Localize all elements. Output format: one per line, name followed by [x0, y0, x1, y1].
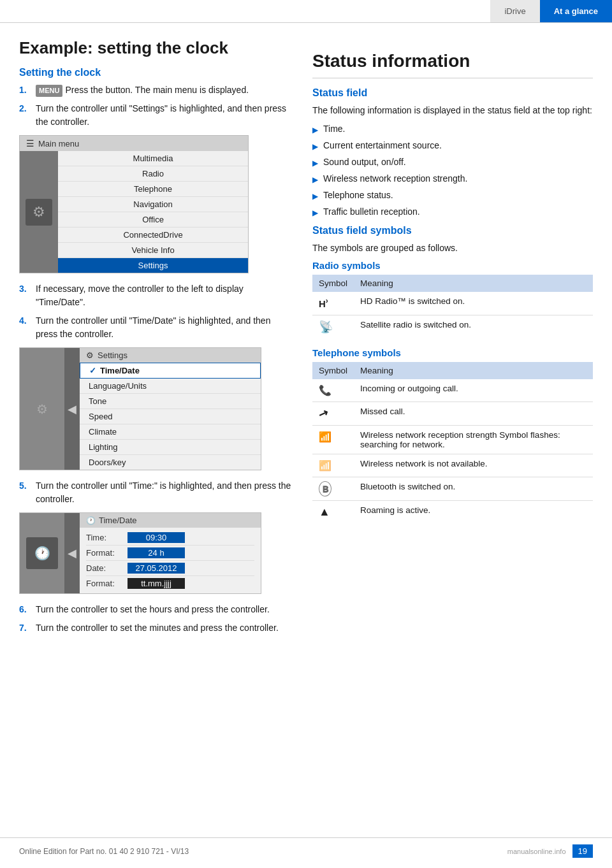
radio-col-symbol: Symbol: [312, 275, 354, 292]
divider-1: [312, 78, 593, 78]
settings-item-speed: Speed: [80, 409, 261, 424]
steps-list-3: 5. Turn the controller until "Time:" is …: [19, 479, 293, 506]
page-number: 19: [572, 844, 593, 858]
bullet-wireless-text: Wireless network reception strength.: [323, 172, 467, 185]
content-wrapper: Example: setting the clock Setting the c…: [0, 23, 612, 660]
step-6-text: Turn the controller to set the hours and…: [36, 603, 270, 616]
step-6-num: 6.: [19, 603, 31, 616]
no-signal-symbol: 📶: [312, 454, 354, 477]
no-signal-meaning: Wireless network is not available.: [354, 454, 593, 477]
bluetooth-meaning: Bluetooth is switched on.: [354, 477, 593, 501]
status-field-body: The following information is displayed i…: [312, 104, 593, 117]
bluetooth-icon: ʙ: [319, 481, 332, 496]
menu-item-telephone: Telephone: [58, 182, 248, 197]
check-icon: ✓: [89, 366, 96, 375]
settings-items: ✓ Time/Date Language/Units Tone Speed Cl…: [80, 363, 261, 470]
settings-gear-icon: ⚙: [36, 401, 48, 417]
settings-item-timedate: ✓ Time/Date: [80, 363, 261, 379]
step-4: 4. Turn the controller until "Time/Date"…: [19, 314, 293, 341]
status-info-title: Status information: [312, 51, 593, 71]
hd-radio-meaning: HD Radio™ is switched on.: [354, 292, 593, 315]
telephone-row-call: 📞 Incoming or outgoing call.: [312, 379, 593, 402]
bullet-telephone-text: Telephone status.: [323, 189, 393, 202]
missed-call-icon: ↗: [317, 405, 331, 422]
step-2-num: 2.: [19, 102, 31, 129]
top-nav: iDrive At a glance: [0, 0, 612, 23]
timedate-row-time: Time: 09:30: [86, 530, 254, 546]
signal-meaning: Wireless network reception strength Symb…: [354, 426, 593, 454]
step-1-text: MENUPress the button. The main menu is d…: [36, 83, 249, 97]
telephone-row-bluetooth: ʙ Bluetooth is switched on.: [312, 477, 593, 501]
format1-label: Format:: [86, 548, 127, 558]
phone-icon: 📞: [319, 385, 332, 396]
settings-thumb: ⚙: [20, 348, 64, 470]
main-menu-header-label: Main menu: [38, 139, 79, 148]
step-1: 1. MENUPress the button. The main menu i…: [19, 83, 293, 97]
footer-logo: manualsonline.info: [507, 848, 566, 855]
timedate-row-format2: Format: tt.mm.jjjj: [86, 576, 254, 591]
settings-header-bar: ⚙ Settings: [80, 348, 261, 363]
timedate-thumb: 🕐: [20, 513, 64, 593]
step-4-num: 4.: [19, 314, 31, 341]
nav-at-glance-tab[interactable]: At a glance: [540, 0, 612, 22]
step-3: 3. If necessary, move the controller to …: [19, 282, 293, 309]
nav-idrive-label: iDrive: [504, 6, 525, 16]
timedate-left-arrow-icon: ◀: [68, 546, 76, 560]
sat-radio-meaning: Satellite radio is switched on.: [354, 315, 593, 339]
status-field-symbols-body: The symbols are grouped as follows.: [312, 242, 593, 255]
bullet-entertainment-text: Current entertainment source.: [323, 139, 442, 152]
date-value: 27.05.2012: [127, 563, 185, 574]
steps-list-2: 3. If necessary, move the controller to …: [19, 282, 293, 341]
timedate-left-nav: ◀: [64, 513, 80, 593]
telephone-col-symbol: Symbol: [312, 362, 354, 379]
status-field-bullets: ▶ Time. ▶ Current entertainment source. …: [312, 122, 593, 219]
main-menu-screenshot: ☰ Main menu ⚙ Multimedia Radio Telephone…: [19, 135, 249, 273]
bullet-wireless: ▶ Wireless network reception strength.: [312, 172, 593, 185]
menu-item-settings: Settings: [58, 258, 248, 273]
footer: Online Edition for Part no. 01 40 2 910 …: [0, 837, 612, 858]
settings-screenshot: ⚙ ◀ ⚙ Settings ✓ Time/Date Language/Unit…: [19, 347, 261, 470]
menu-list-icon: ☰: [26, 138, 34, 148]
nav-idrive-tab[interactable]: iDrive: [490, 0, 539, 22]
bullet-arrow-icon-2: ▶: [312, 141, 318, 152]
bluetooth-symbol: ʙ: [312, 477, 354, 501]
menu-item-radio: Radio: [58, 166, 248, 182]
right-column: Status information Status field The foll…: [312, 38, 593, 641]
settings-item-lighting: Lighting: [80, 440, 261, 455]
step-7-text: Turn the controller to set the minutes a…: [36, 621, 279, 635]
timedate-row-date: Date: 27.05.2012: [86, 561, 254, 576]
bullet-telephone: ▶ Telephone status.: [312, 189, 593, 202]
footer-right: manualsonline.info 19: [507, 844, 593, 858]
bullet-entertainment: ▶ Current entertainment source.: [312, 139, 593, 152]
step-4-text: Turn the controller until "Time/Date" is…: [36, 314, 293, 341]
menu-item-multimedia: Multimedia: [58, 151, 248, 166]
telephone-row-roaming: ▲ Roaming is active.: [312, 501, 593, 524]
setting-clock-title: Setting the clock: [19, 67, 293, 78]
timedate-row-format1: Format: 24 h: [86, 546, 254, 561]
time-value: 09:30: [127, 532, 185, 543]
telephone-row-signal: 📶 Wireless network reception strength Sy…: [312, 426, 593, 454]
telephone-symbols-title: Telephone symbols: [312, 347, 593, 358]
footer-part-text: Online Edition for Part no. 01 40 2 910 …: [19, 847, 189, 856]
step-2: 2. Turn the controller until "Settings" …: [19, 102, 293, 129]
roaming-symbol: ▲: [312, 501, 354, 524]
gear-icon: ⚙: [33, 204, 45, 221]
timedate-header-bar: 🕐 Time/Date: [80, 513, 261, 528]
signal-strength-icon: 📶: [319, 431, 332, 442]
bullet-sound: ▶ Sound output, on/off.: [312, 156, 593, 169]
bullet-traffic-text: Traffic bulletin reception.: [323, 205, 420, 219]
hd-icon: H›: [319, 298, 328, 309]
step-3-num: 3.: [19, 282, 31, 309]
format1-value: 24 h: [127, 547, 185, 558]
telephone-table-header-row: Symbol Meaning: [312, 362, 593, 379]
status-field-title: Status field: [312, 87, 593, 99]
radio-symbols-title: Radio symbols: [312, 260, 593, 271]
menu-item-office: Office: [58, 212, 248, 228]
page-title: Example: setting the clock: [19, 38, 293, 58]
timedate-content: 🕐 Time/Date Time: 09:30 Format: 24 h Dat…: [80, 513, 261, 593]
step-5-text: Turn the controller until "Time:" is hig…: [36, 479, 293, 506]
main-menu-header-bar: ☰ Main menu: [20, 136, 248, 151]
hd-radio-symbol: H›: [312, 292, 354, 315]
format2-label: Format:: [86, 579, 127, 588]
left-column: Example: setting the clock Setting the c…: [19, 38, 293, 641]
